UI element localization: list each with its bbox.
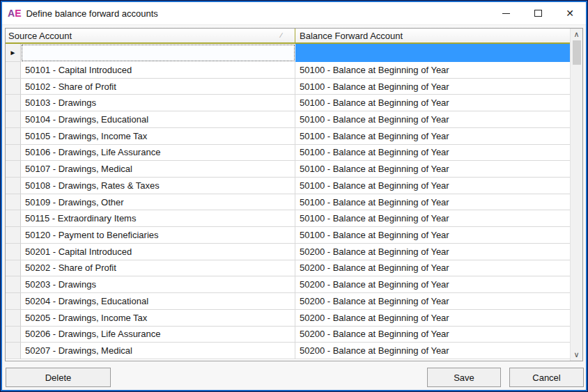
window-controls: ✕: [490, 2, 586, 24]
balance-forward-selected-cell[interactable]: [295, 44, 570, 62]
row-selector-cell[interactable]: [6, 343, 21, 359]
source-account-cell[interactable]: 50120 - Payment to Beneficiaries: [21, 227, 295, 244]
balance-forward-cell[interactable]: 50100 - Balance at Beginning of Year: [295, 161, 570, 178]
table-row[interactable]: 50107 - Drawings, Medical 50100 - Balanc…: [6, 161, 570, 178]
row-selector-cell[interactable]: [6, 161, 21, 178]
column-header-source-account[interactable]: Source Account ∕: [6, 29, 295, 42]
source-account-cell[interactable]: 50106 - Drawings, Life Assurance: [21, 145, 295, 162]
row-selector-cell[interactable]: [6, 178, 21, 194]
current-row-selector[interactable]: ►: [6, 44, 21, 62]
table-row[interactable]: 50206 - Drawings, Life Assurance 50200 -…: [6, 327, 570, 343]
row-selector-cell[interactable]: [6, 276, 21, 293]
cancel-button[interactable]: Cancel: [509, 368, 584, 387]
balance-forward-cell[interactable]: 50200 - Balance at Beginning of Year: [295, 244, 570, 260]
balance-forward-cell[interactable]: 50100 - Balance at Beginning of Year: [295, 79, 570, 95]
row-selector-cell[interactable]: [6, 95, 21, 111]
balance-forward-cell[interactable]: 50100 - Balance at Beginning of Year: [295, 62, 570, 79]
row-selector-cell[interactable]: [6, 210, 21, 227]
table-row[interactable]: 50105 - Drawings, Income Tax 50100 - Bal…: [6, 128, 570, 145]
title-bar: AE Define balance forward accounts ✕: [2, 2, 586, 25]
row-selector-cell[interactable]: [6, 293, 21, 310]
delete-button[interactable]: Delete: [6, 368, 111, 387]
source-account-cell[interactable]: 50203 - Drawings: [21, 276, 295, 293]
balance-forward-cell[interactable]: 50200 - Balance at Beginning of Year: [295, 327, 570, 343]
source-account-cell[interactable]: 50105 - Drawings, Income Tax: [21, 128, 295, 145]
row-selector-cell[interactable]: [6, 111, 21, 128]
table-row[interactable]: 50207 - Drawings, Medical 50200 - Balanc…: [6, 343, 570, 359]
balance-forward-cell[interactable]: 50100 - Balance at Beginning of Year: [295, 111, 570, 128]
source-account-cell[interactable]: 50104 - Drawings, Educational: [21, 111, 295, 128]
grid-rows: 50101 - Capital Introduced 50100 - Balan…: [6, 62, 570, 359]
balance-forward-cell[interactable]: 50200 - Balance at Beginning of Year: [295, 276, 570, 293]
scroll-down-icon[interactable]: ∨: [571, 349, 582, 361]
current-row-arrow-icon: ►: [10, 49, 17, 56]
source-account-cell[interactable]: 50108 - Drawings, Rates & Taxes: [21, 178, 295, 194]
maximize-button[interactable]: [522, 2, 554, 24]
table-row[interactable]: 50108 - Drawings, Rates & Taxes 50100 - …: [6, 178, 570, 194]
balance-forward-cell[interactable]: 50100 - Balance at Beginning of Year: [295, 210, 570, 227]
table-row[interactable]: 50103 - Drawings 50100 - Balance at Begi…: [6, 95, 570, 111]
row-selector-cell[interactable]: [6, 244, 21, 260]
save-button[interactable]: Save: [427, 368, 501, 387]
source-account-edit-cell[interactable]: [22, 45, 295, 61]
minimize-button[interactable]: [490, 2, 522, 24]
table-row[interactable]: 50115 - Extraordinary Items 50100 - Bala…: [6, 210, 570, 227]
table-row[interactable]: 50201 - Capital Introduced 50200 - Balan…: [6, 244, 570, 260]
source-account-cell[interactable]: 50101 - Capital Introduced: [21, 62, 295, 79]
balance-forward-cell[interactable]: 50100 - Balance at Beginning of Year: [295, 178, 570, 194]
scrollbar-thumb[interactable]: [573, 40, 581, 65]
balance-forward-cell[interactable]: 50100 - Balance at Beginning of Year: [295, 227, 570, 244]
close-button[interactable]: ✕: [554, 2, 586, 24]
table-row[interactable]: 50205 - Drawings, Income Tax 50200 - Bal…: [6, 310, 570, 327]
row-selector-cell[interactable]: [6, 260, 21, 277]
balance-forward-header-label: Balance Forward Account: [300, 31, 403, 41]
logo-letter-e: E: [15, 8, 21, 19]
table-row[interactable]: 50102 - Share of Profit 50100 - Balance …: [6, 79, 570, 95]
source-account-cell[interactable]: 50102 - Share of Profit: [21, 79, 295, 95]
row-selector-cell[interactable]: [6, 194, 21, 211]
balance-forward-cell[interactable]: 50100 - Balance at Beginning of Year: [295, 194, 570, 211]
row-selector-cell[interactable]: [6, 62, 21, 79]
vertical-scrollbar[interactable]: ∧ ∨: [570, 29, 582, 361]
window-title: Define balance forward accounts: [26, 8, 157, 19]
balance-forward-cell[interactable]: 50200 - Balance at Beginning of Year: [295, 343, 570, 359]
source-account-cell[interactable]: 50103 - Drawings: [21, 95, 295, 111]
table-row[interactable]: 50202 - Share of Profit 50200 - Balance …: [6, 260, 570, 277]
app-logo-icon: AE: [8, 8, 21, 19]
table-row[interactable]: 50120 - Payment to Beneficiaries 50100 -…: [6, 227, 570, 244]
source-account-cell[interactable]: 50109 - Drawings, Other: [21, 194, 295, 211]
row-selector-cell[interactable]: [6, 327, 21, 343]
table-row[interactable]: 50204 - Drawings, Educational 50200 - Ba…: [6, 293, 570, 310]
source-account-cell[interactable]: 50115 - Extraordinary Items: [21, 210, 295, 227]
balance-forward-cell[interactable]: 50200 - Balance at Beginning of Year: [295, 260, 570, 277]
source-account-cell[interactable]: 50201 - Capital Introduced: [21, 244, 295, 260]
row-selector-cell[interactable]: [6, 79, 21, 95]
balance-forward-cell[interactable]: 50100 - Balance at Beginning of Year: [295, 145, 570, 162]
source-account-cell[interactable]: 50206 - Drawings, Life Assurance: [21, 327, 295, 343]
source-account-cell[interactable]: 50205 - Drawings, Income Tax: [21, 310, 295, 327]
table-row[interactable]: 50104 - Drawings, Educational 50100 - Ba…: [6, 111, 570, 128]
balance-forward-cell[interactable]: 50200 - Balance at Beginning of Year: [295, 293, 570, 310]
table-row[interactable]: 50203 - Drawings 50200 - Balance at Begi…: [6, 276, 570, 293]
row-selector-cell[interactable]: [6, 128, 21, 145]
row-selector-cell[interactable]: [6, 145, 21, 162]
row-selector-cell[interactable]: [6, 310, 21, 327]
dialog-client-area: AE Define balance forward accounts ✕ Sou…: [2, 2, 586, 390]
source-account-cell[interactable]: 50107 - Drawings, Medical: [21, 161, 295, 178]
close-icon: ✕: [566, 8, 574, 18]
table-row[interactable]: 50109 - Drawings, Other 50100 - Balance …: [6, 194, 570, 211]
balance-forward-cell[interactable]: 50100 - Balance at Beginning of Year: [295, 95, 570, 111]
source-account-cell[interactable]: 50204 - Drawings, Educational: [21, 293, 295, 310]
source-account-cell[interactable]: 50202 - Share of Profit: [21, 260, 295, 277]
source-account-header-label: Source Account: [8, 31, 72, 41]
source-account-cell[interactable]: 50207 - Drawings, Medical: [21, 343, 295, 359]
table-row[interactable]: 50101 - Capital Introduced 50100 - Balan…: [6, 62, 570, 79]
balance-forward-cell[interactable]: 50200 - Balance at Beginning of Year: [295, 310, 570, 327]
maximize-icon: [534, 10, 542, 17]
balance-forward-cell[interactable]: 50100 - Balance at Beginning of Year: [295, 128, 570, 145]
table-row[interactable]: 50106 - Drawings, Life Assurance 50100 -…: [6, 145, 570, 162]
column-header-balance-forward-account[interactable]: Balance Forward Account: [295, 29, 570, 42]
scroll-up-icon[interactable]: ∧: [571, 29, 582, 40]
sort-ascending-icon: ∕: [281, 33, 286, 38]
row-selector-cell[interactable]: [6, 227, 21, 244]
